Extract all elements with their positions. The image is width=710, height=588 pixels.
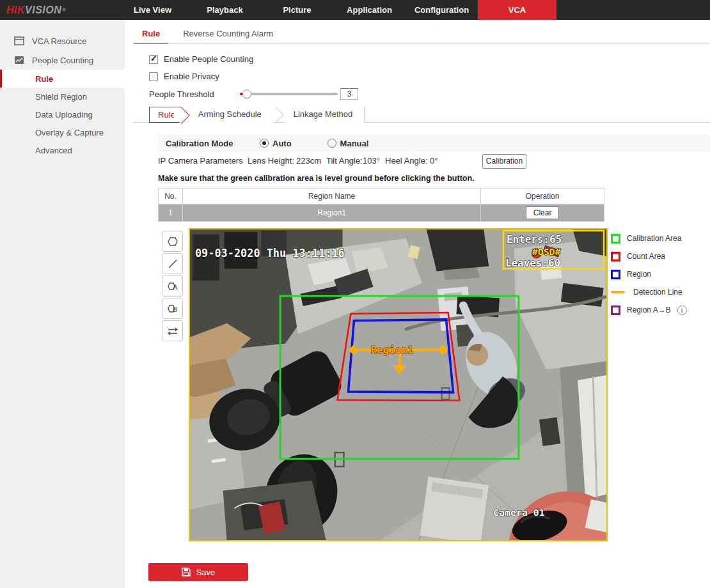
tilt-angle-label: Tilt Angle: [326,156,363,166]
region-b-button[interactable]: B [162,298,183,319]
table-header-row: No. Region Name Operation [159,189,604,205]
nav-item-application[interactable]: Application [333,0,406,20]
calibration-auto-option[interactable]: Auto [260,139,292,148]
sidebar-item-shield-region[interactable]: Shield Region [0,88,125,105]
save-icon [182,568,191,576]
legend-region-a-b: Region A→B i [611,301,710,319]
hikvision-logo: HIKVISION® [6,0,67,20]
window-icon [14,36,24,45]
svg-text:A: A [173,282,178,290]
people-threshold-label: People Threshold [149,89,240,99]
osd-tag: #OSD# [532,246,561,258]
sidebar-item-label: VCA Resource [32,36,86,46]
legend-count-area: Count Area [611,247,710,265]
top-navbar: HIKVISION® Live View Playback Picture Ap… [0,0,710,20]
calibration-manual-option[interactable]: Manual [327,139,369,148]
region-a-button[interactable]: A [162,275,183,297]
polygon-icon [166,235,179,248]
region-b-icon: B [166,302,180,315]
sidebar-item-vca-resource[interactable]: VCA Resource [0,31,125,50]
save-button[interactable]: Save [148,563,248,581]
subtab-end-border [364,107,365,123]
sidebar-item-rule[interactable]: Rule [0,70,125,88]
calibration-button[interactable]: Calibration [482,154,526,169]
purple-square-icon [611,306,620,315]
manual-radio[interactable] [327,139,336,148]
chart-icon [14,56,24,65]
subtab-rule[interactable]: Rule [149,107,182,123]
header-region-name: Region Name [182,189,480,205]
nav-item-live-view[interactable]: Live View [116,0,189,20]
draw-polygon-button[interactable] [162,231,183,252]
legend-detection-line: Detection Line [611,283,710,301]
nav-item-configuration[interactable]: Configuration [406,0,478,20]
people-threshold-value[interactable]: 3 [340,88,358,100]
drawing-workspace: A B [125,228,710,543]
green-square-icon [611,234,620,244]
calibration-mode-label: Calibration Mode [166,139,260,148]
legend-label: Region A→B [627,306,671,314]
enable-people-counting-checkbox[interactable] [149,55,158,64]
legend-calibration-area: Calibration Area [611,229,710,247]
slider-thumb[interactable] [242,89,251,98]
people-threshold-row: People Threshold 3 [149,88,358,100]
ip-camera-parameters-label: IP Camera Parameters [158,156,243,166]
camera-name-osd: Camera 01 [493,507,545,518]
calibration-note: Make sure that the green calibration are… [158,174,475,183]
tab-rule[interactable]: Rule [142,29,160,44]
registered-mark: ® [62,7,66,13]
enable-privacy-row: Enable Privacy [149,72,219,81]
row-region-name: Region1 [182,205,480,222]
save-label: Save [196,568,216,577]
nav-menu: Live View Playback Picture Application C… [116,0,556,20]
enable-people-counting-label: Enable People Counting [164,54,253,64]
sidebar-item-label: Advanced [35,146,72,155]
slider-track[interactable] [240,93,338,95]
ip-camera-parameters-row: IP Camera Parameters Lens Height: 223cm … [158,154,710,169]
subtab-arming-schedule[interactable]: Arming Schedule [182,107,273,123]
swap-direction-icon [166,325,179,337]
sidebar-item-overlay-capture[interactable]: Overlay & Capture [0,123,125,141]
clear-button[interactable]: Clear [526,206,560,219]
draw-toolbar: A B [162,231,183,341]
info-icon[interactable]: i [677,306,687,315]
tab-reverse-counting-alarm[interactable]: Reverse Counting Alarm [183,29,273,44]
people-threshold-slider[interactable] [240,89,338,98]
auto-label: Auto [272,139,292,148]
swap-direction-button[interactable] [162,320,183,341]
red-square-icon [611,252,620,261]
legend-label: Region [627,270,651,279]
yellow-line-icon [611,291,625,293]
draw-line-button[interactable] [162,253,183,274]
sidebar-item-label: People Counting [32,56,93,65]
legend-label: Calibration Area [627,234,681,243]
header-operation: Operation [481,189,604,205]
nav-item-picture[interactable]: Picture [261,0,333,20]
timestamp-osd: 09-03-2020 Thu 13:11:16 [195,247,345,259]
auto-radio[interactable] [260,139,269,148]
table-row[interactable]: 1 Region1 Clear [159,205,604,222]
line-icon [166,258,179,270]
video-canvas[interactable]: Region1 09-03-2020 Thu 13:11:16 Enters:6… [189,228,608,541]
svg-text:B: B [173,305,177,313]
legend-label: Detection Line [633,288,682,297]
header-no: No. [159,189,183,205]
enters-count-osd: Enters:65 [507,233,562,245]
nav-item-vca[interactable]: VCA [478,0,556,20]
heel-angle-label: Heel Angle: 0° [385,156,438,166]
leaves-count-osd: Leaves:60 [505,257,560,269]
region-name-overlay: Region1 [371,344,414,356]
nav-item-playback[interactable]: Playback [189,0,261,20]
sidebar-item-people-counting[interactable]: People Counting [0,50,125,70]
region-table: No. Region Name Operation 1 Region1 Clea… [158,188,604,222]
sidebar-item-label: Rule [35,74,53,84]
rule-subtabs: Rule Arming Schedule Linkage Method [149,106,710,123]
overlay-legend: Calibration Area Count Area Region Detec… [611,229,710,319]
sidebar-item-advanced[interactable]: Advanced [0,141,125,159]
chevron-separator-icon [273,107,285,123]
sidebar-item-data-uploading[interactable]: Data Uploading [0,105,125,123]
subtab-linkage-method[interactable]: Linkage Method [285,107,365,123]
sidebar-item-label: Shield Region [35,92,87,102]
sidebar: VCA Resource People Counting Rule Shield… [0,20,125,588]
enable-privacy-checkbox[interactable] [149,72,158,81]
